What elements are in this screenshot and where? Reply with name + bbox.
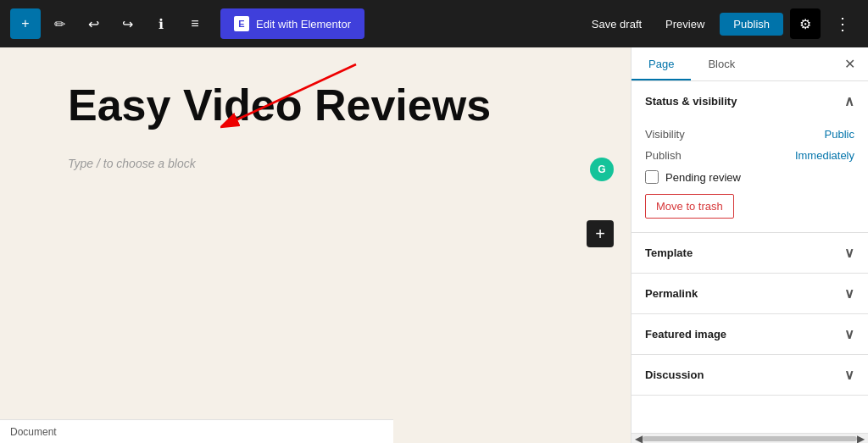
list-icon: ≡ bbox=[191, 16, 198, 31]
add-block-inline-button[interactable]: + bbox=[587, 220, 614, 247]
featured-image-section: Featured image ∨ bbox=[632, 314, 868, 355]
status-visibility-section: Status & visibility ∧ Visibility Public … bbox=[632, 81, 868, 233]
settings-button[interactable]: ⚙ bbox=[790, 8, 821, 39]
pending-review-checkbox[interactable] bbox=[645, 170, 659, 184]
settings-icon: ⚙ bbox=[799, 16, 811, 32]
info-button[interactable]: ℹ bbox=[146, 8, 176, 39]
redo-icon: ↪ bbox=[122, 16, 133, 32]
elementor-icon: E bbox=[234, 16, 249, 31]
permalink-label: Permalink bbox=[645, 287, 698, 300]
featured-image-header[interactable]: Featured image ∨ bbox=[632, 314, 868, 354]
preview-button[interactable]: Preview bbox=[657, 13, 713, 36]
redo-button[interactable]: ↪ bbox=[112, 8, 142, 39]
pending-review-label[interactable]: Pending review bbox=[665, 171, 741, 184]
featured-image-label: Featured image bbox=[645, 328, 726, 341]
sidebar: Page Block ✕ Status & visibility ∧ Visib… bbox=[631, 47, 868, 443]
sidebar-scrollbar-area: ◀ ▶ bbox=[632, 433, 868, 443]
publish-field-value[interactable]: Immediately bbox=[795, 149, 854, 162]
discussion-header[interactable]: Discussion ∨ bbox=[632, 355, 868, 395]
edit-elementor-button[interactable]: E Edit with Elementor bbox=[220, 8, 364, 39]
bottom-status-bar: Document bbox=[0, 419, 393, 443]
permalink-section: Permalink ∨ bbox=[632, 274, 868, 314]
move-to-trash-button[interactable]: Move to trash bbox=[645, 194, 734, 219]
discussion-section: Discussion ∨ bbox=[632, 355, 868, 396]
list-view-button[interactable]: ≡ bbox=[180, 8, 210, 39]
tab-block[interactable]: Block bbox=[691, 47, 752, 80]
pencil-icon: ✏ bbox=[54, 16, 65, 32]
status-visibility-header[interactable]: Status & visibility ∧ bbox=[632, 81, 868, 121]
chevron-up-icon: ∧ bbox=[844, 93, 854, 109]
tools-button[interactable]: ✏ bbox=[44, 8, 75, 39]
page-title[interactable]: Easy Video Reviews bbox=[68, 81, 563, 130]
publish-field-label: Publish bbox=[645, 149, 682, 162]
grammarly-icon: G bbox=[590, 158, 614, 181]
pending-review-row: Pending review bbox=[645, 170, 854, 184]
close-icon: ✕ bbox=[844, 56, 855, 72]
publish-row: Publish Immediately bbox=[645, 149, 854, 162]
main-area: Easy Video Reviews Type / to choose a bl… bbox=[0, 47, 868, 443]
publish-button[interactable]: Publish bbox=[720, 13, 783, 36]
template-chevron-down-icon: ∨ bbox=[844, 245, 854, 261]
permalink-chevron-down-icon: ∨ bbox=[844, 285, 854, 302]
block-placeholder[interactable]: Type / to choose a block bbox=[68, 157, 563, 170]
status-visibility-label: Status & visibility bbox=[645, 95, 737, 108]
add-block-toolbar-button[interactable]: + bbox=[10, 8, 41, 39]
sidebar-content: Status & visibility ∧ Visibility Public … bbox=[632, 81, 868, 433]
sidebar-tabs: Page Block ✕ bbox=[632, 47, 868, 81]
editor-area: Easy Video Reviews Type / to choose a bl… bbox=[0, 47, 631, 443]
template-label: Template bbox=[645, 246, 693, 259]
visibility-label: Visibility bbox=[645, 128, 685, 141]
sidebar-close-button[interactable]: ✕ bbox=[837, 53, 861, 76]
add-icon: + bbox=[21, 16, 29, 31]
toolbar-right: Save draft Preview Publish ⚙ ⋮ bbox=[583, 8, 858, 39]
visibility-value[interactable]: Public bbox=[825, 128, 854, 141]
undo-icon: ↩ bbox=[88, 16, 99, 32]
more-options-button[interactable]: ⋮ bbox=[827, 8, 858, 39]
template-section: Template ∨ bbox=[632, 233, 868, 274]
status-visibility-body: Visibility Public Publish Immediately Pe… bbox=[632, 121, 868, 232]
editor-canvas: Easy Video Reviews Type / to choose a bl… bbox=[0, 47, 631, 443]
toolbar-left: + ✏ ↩ ↪ ℹ ≡ E Edit with Elementor bbox=[10, 8, 580, 39]
visibility-row: Visibility Public bbox=[645, 128, 854, 141]
scroll-left-button[interactable]: ◀ bbox=[635, 433, 643, 444]
tab-page[interactable]: Page bbox=[632, 47, 691, 80]
info-icon: ℹ bbox=[159, 16, 164, 32]
more-icon: ⋮ bbox=[834, 14, 851, 34]
save-draft-button[interactable]: Save draft bbox=[583, 13, 650, 36]
template-header[interactable]: Template ∨ bbox=[632, 233, 868, 273]
featured-image-chevron-down-icon: ∨ bbox=[844, 326, 854, 342]
discussion-label: Discussion bbox=[645, 368, 704, 381]
discussion-chevron-down-icon: ∨ bbox=[844, 367, 854, 383]
permalink-header[interactable]: Permalink ∨ bbox=[632, 274, 868, 313]
document-label: Document bbox=[10, 426, 57, 438]
h-scrollbar[interactable] bbox=[643, 436, 857, 441]
undo-button[interactable]: ↩ bbox=[78, 8, 108, 39]
add-inline-icon: + bbox=[595, 224, 605, 244]
scroll-right-button[interactable]: ▶ bbox=[857, 433, 865, 444]
toolbar: + ✏ ↩ ↪ ℹ ≡ E Edit with Elementor Save d… bbox=[0, 0, 868, 47]
